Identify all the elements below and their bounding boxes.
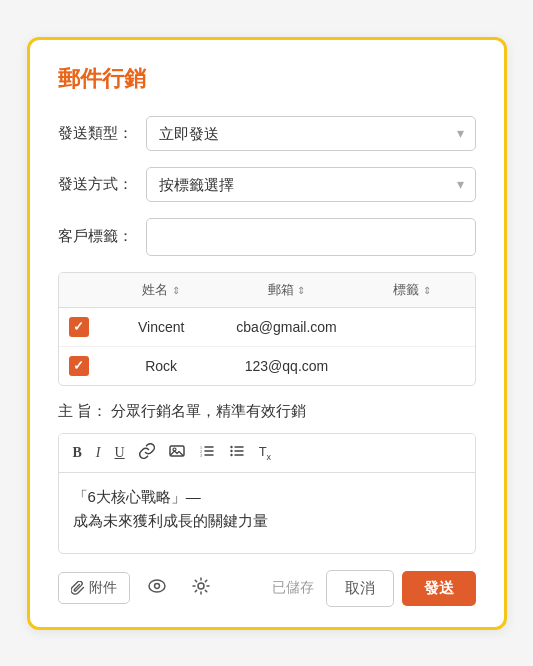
svg-point-12 — [230, 449, 232, 451]
send-type-row: 發送類型： 立即發送 ▾ — [58, 116, 476, 151]
link-button[interactable] — [135, 441, 159, 465]
send-method-select-wrapper: 按標籤選擇 ▾ — [146, 167, 476, 202]
name-sort-icon: ⇕ — [172, 285, 180, 296]
footer: 附件 已儲存 取消 發送 — [58, 570, 476, 607]
table-header-tag[interactable]: 標籤 ⇕ — [349, 279, 474, 301]
editor-content-area[interactable]: 「6大核心戰略」— 成為未來獲利成長的關鍵力量 — [59, 473, 475, 553]
row2-name: Rock — [99, 356, 224, 376]
row2-checkbox[interactable] — [69, 356, 89, 376]
send-type-select[interactable]: 立即發送 — [146, 116, 476, 151]
editor-line1: 「6大核心戰略」— — [73, 485, 461, 509]
clear-format-button[interactable]: Tx — [255, 442, 275, 464]
send-method-row: 發送方式： 按標籤選擇 ▾ — [58, 167, 476, 202]
image-button[interactable] — [165, 441, 189, 465]
table-row: Rock 123@qq.com — [59, 347, 475, 385]
footer-right-actions: 已儲存 取消 發送 — [268, 570, 476, 607]
email-editor: B I U 1 — [58, 433, 476, 554]
table-header-row: 姓名 ⇕ 郵箱 ⇕ 標籤 ⇕ — [59, 273, 475, 308]
svg-point-15 — [154, 584, 159, 589]
send-method-label: 發送方式： — [58, 175, 146, 194]
row1-email: cba@gmail.com — [224, 317, 349, 337]
table-header-checkbox — [59, 279, 99, 301]
subject-text: 分眾行銷名單，精準有效行銷 — [111, 402, 306, 419]
send-button[interactable]: 發送 — [402, 571, 476, 606]
svg-point-16 — [198, 583, 204, 589]
table-row: Vincent cba@gmail.com — [59, 308, 475, 347]
row1-checkbox-cell — [59, 315, 99, 339]
editor-toolbar: B I U 1 — [59, 434, 475, 473]
svg-point-11 — [230, 445, 232, 447]
attach-icon — [71, 581, 85, 595]
unordered-list-button[interactable] — [225, 441, 249, 465]
table-header-name[interactable]: 姓名 ⇕ — [99, 279, 224, 301]
mail-marketing-card: 郵件行銷 發送類型： 立即發送 ▾ 發送方式： 按標籤選擇 ▾ 客戶標籤： 姓名… — [27, 37, 507, 630]
svg-point-13 — [230, 453, 232, 455]
svg-text:3: 3 — [200, 452, 202, 457]
underline-button[interactable]: U — [111, 443, 129, 463]
recipient-table: 姓名 ⇕ 郵箱 ⇕ 標籤 ⇕ Vincent cba@gmail.com Roc… — [58, 272, 476, 386]
page-title: 郵件行銷 — [58, 64, 476, 94]
settings-icon[interactable] — [184, 571, 218, 605]
cancel-button[interactable]: 取消 — [326, 570, 394, 607]
row1-tag — [349, 325, 474, 329]
row2-tag — [349, 364, 474, 368]
attach-label: 附件 — [89, 579, 117, 597]
saved-status: 已儲存 — [268, 579, 318, 597]
send-type-select-wrapper: 立即發送 ▾ — [146, 116, 476, 151]
subject-label: 主 旨： — [58, 402, 107, 419]
attach-button[interactable]: 附件 — [58, 572, 130, 604]
email-sort-icon: ⇕ — [297, 285, 305, 296]
editor-line2: 成為未來獲利成長的關鍵力量 — [73, 509, 461, 533]
row1-checkbox[interactable] — [69, 317, 89, 337]
tag-label: 客戶標籤： — [58, 227, 146, 246]
italic-button[interactable]: I — [92, 443, 105, 463]
tag-row: 客戶標籤： — [58, 218, 476, 256]
bold-button[interactable]: B — [69, 443, 86, 463]
preview-icon[interactable] — [140, 573, 174, 603]
send-type-label: 發送類型： — [58, 124, 146, 143]
send-method-select[interactable]: 按標籤選擇 — [146, 167, 476, 202]
footer-left-actions: 附件 — [58, 571, 218, 605]
row2-checkbox-cell — [59, 354, 99, 378]
tag-sort-icon: ⇕ — [423, 285, 431, 296]
row1-name: Vincent — [99, 317, 224, 337]
table-header-email[interactable]: 郵箱 ⇕ — [224, 279, 349, 301]
subject-row: 主 旨： 分眾行銷名單，精準有效行銷 — [58, 400, 476, 423]
ordered-list-button[interactable]: 1 2 3 — [195, 441, 219, 465]
svg-point-14 — [149, 580, 165, 592]
row2-email: 123@qq.com — [224, 356, 349, 376]
tag-input[interactable] — [146, 218, 476, 256]
